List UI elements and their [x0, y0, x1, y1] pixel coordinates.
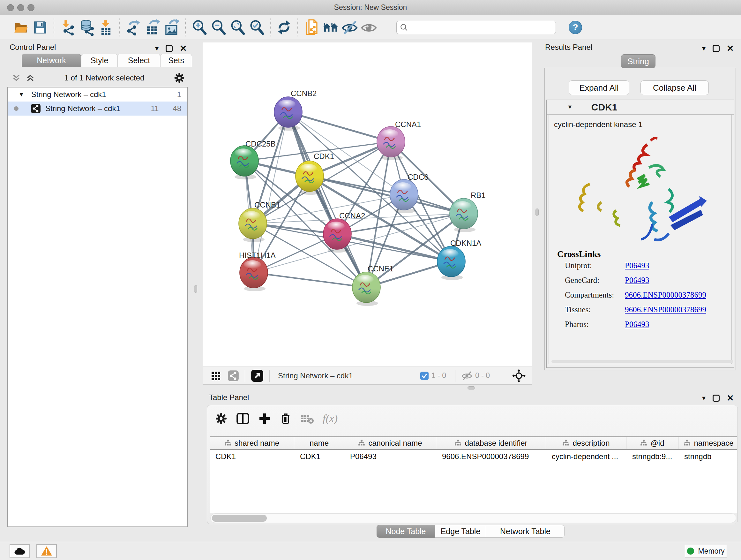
crosslink-link[interactable]: P06493 — [625, 261, 649, 270]
network-canvas[interactable]: CCNB2CCNA1CDC25BCDK1CDC6RB1CCNB1CCNA2CDK… — [203, 43, 532, 367]
selected-checkbox-icon[interactable] — [420, 371, 429, 380]
function-builder-button[interactable]: f(x) — [323, 413, 338, 425]
tab-select[interactable]: Select — [118, 54, 160, 67]
panel-close-icon[interactable]: ✕ — [727, 393, 734, 403]
gene-section-header[interactable]: ▼ CDK1 — [547, 100, 734, 115]
network-row[interactable]: String Network – cdk1 11 48 — [8, 102, 187, 116]
import-table-file-button[interactable] — [96, 17, 116, 38]
export-network-button[interactable] — [124, 17, 143, 38]
crosslink-link[interactable]: P06493 — [625, 276, 649, 285]
crosslink-link[interactable]: P06493 — [625, 320, 649, 329]
network-node-CDKN1A[interactable]: CDKN1A — [437, 239, 481, 280]
gear-icon[interactable] — [215, 412, 227, 425]
network-node-RB1[interactable]: RB1 — [450, 191, 486, 232]
help-button[interactable]: ? — [569, 21, 582, 34]
column-header-id[interactable]: @id — [626, 437, 678, 449]
table-cell[interactable]: CDK1 — [294, 452, 344, 461]
table-cell[interactable]: 9606.ENSP00000378699 — [436, 452, 546, 461]
houses-button[interactable] — [321, 17, 340, 38]
network-edge-HIST1H1A-CCNE1[interactable] — [254, 273, 366, 287]
network-share-icon-gray[interactable] — [227, 370, 239, 381]
maximize-window-icon[interactable] — [27, 4, 35, 11]
tab-node-table[interactable]: Node Table — [377, 525, 435, 538]
expand-all-button[interactable]: Expand All — [569, 80, 629, 95]
collapse-all-button[interactable]: Collapse All — [641, 80, 709, 95]
zoom-out-button[interactable] — [209, 17, 228, 38]
table-hscrollbar-thumb[interactable] — [212, 515, 267, 522]
network-node-CCNA1[interactable]: CCNA1 — [377, 120, 421, 160]
open-session-button[interactable] — [11, 17, 30, 38]
birdseye-view-icon[interactable] — [251, 369, 264, 382]
table-cell[interactable]: cyclin-dependent ... — [546, 452, 626, 461]
warnings-button[interactable] — [37, 544, 57, 558]
import-network-database-button[interactable] — [77, 17, 96, 38]
tab-network-table[interactable]: Network Table — [486, 525, 564, 538]
show-eye-button[interactable] — [359, 17, 379, 38]
table-hscrollbar[interactable] — [210, 513, 736, 523]
network-graph[interactable]: CCNB2CCNA1CDC25BCDK1CDC6RB1CCNB1CCNA2CDK… — [203, 43, 532, 367]
tab-style[interactable]: Style — [81, 54, 118, 67]
panel-float-icon[interactable] — [165, 45, 173, 52]
tab-network[interactable]: Network — [22, 54, 81, 67]
table-cell[interactable]: stringdb — [678, 452, 737, 461]
network-edge-CCNB2-CCNA1[interactable] — [288, 112, 391, 142]
column-header-canonicalname[interactable]: canonical name — [344, 437, 436, 449]
panel-close-icon[interactable]: ✕ — [180, 44, 187, 54]
add-column-icon[interactable] — [258, 412, 271, 425]
panel-close-icon[interactable]: ✕ — [727, 44, 734, 54]
left-splitter[interactable] — [189, 40, 203, 385]
table-cell[interactable]: P06493 — [344, 452, 436, 461]
panel-menu-icon[interactable]: ▾ — [702, 44, 705, 53]
network-node-CCNB2[interactable]: CCNB2 — [274, 89, 317, 131]
network-edge-CCNB2-HIST1H1A[interactable] — [254, 112, 288, 273]
minimize-window-icon[interactable] — [17, 4, 24, 11]
table-cell[interactable]: stringdb:9... — [626, 452, 678, 461]
network-document-button[interactable] — [302, 17, 321, 38]
search-input[interactable] — [408, 22, 552, 33]
delete-table-icon[interactable] — [300, 412, 314, 426]
results-hscrollbar[interactable] — [551, 360, 733, 363]
column-header-namespace[interactable]: namespace — [678, 437, 737, 449]
expand-all-icon[interactable] — [25, 73, 35, 83]
gear-icon[interactable] — [174, 72, 185, 84]
close-window-icon[interactable] — [7, 4, 14, 11]
right-splitter[interactable] — [532, 40, 546, 385]
import-network-file-button[interactable] — [58, 17, 77, 38]
tab-edge-table[interactable]: Edge Table — [435, 525, 486, 538]
zoom-selected-button[interactable] — [247, 17, 266, 38]
column-header-databaseidentifier[interactable]: database identifier — [436, 437, 546, 449]
network-edge-CCNB2-CCNE1[interactable] — [288, 112, 366, 287]
column-header-sharedname[interactable]: shared name — [210, 437, 294, 449]
crosslink-link[interactable]: 9606.ENSP00000378699 — [625, 305, 706, 314]
table-row[interactable]: CDK1CDK1P064939606.ENSP00000378699cyclin… — [210, 450, 737, 463]
panel-menu-icon[interactable]: ▾ — [702, 394, 705, 402]
tab-sets[interactable]: Sets — [160, 54, 192, 67]
column-header-description[interactable]: description — [546, 437, 626, 449]
hidden-eye-icon[interactable] — [461, 370, 473, 381]
save-session-button[interactable] — [30, 17, 50, 38]
fit-selected-crosshair-icon[interactable] — [512, 369, 526, 382]
network-node-CDC6[interactable]: CDC6 — [390, 173, 428, 213]
zoom-in-button[interactable] — [190, 17, 209, 38]
export-image-button[interactable] — [162, 17, 181, 38]
network-edge-RB1-HIST1H1A[interactable] — [254, 213, 464, 273]
section-expand-icon[interactable]: ▼ — [567, 104, 573, 111]
tab-string[interactable]: String — [621, 54, 656, 68]
grid-view-icon[interactable] — [211, 371, 220, 381]
delete-column-icon[interactable] — [279, 412, 292, 425]
hide-selected-button[interactable] — [340, 17, 359, 38]
export-table-button[interactable] — [143, 17, 162, 38]
refresh-view-button[interactable] — [274, 17, 293, 38]
cloud-button[interactable] — [10, 544, 30, 558]
collapse-all-icon[interactable] — [11, 73, 21, 83]
network-collection-row[interactable]: ▼ String Network – cdk1 1 — [8, 87, 187, 102]
bottom-splitter[interactable] — [203, 385, 741, 391]
panel-float-icon[interactable] — [713, 395, 720, 401]
column-header-name[interactable]: name — [294, 437, 344, 449]
select-columns-icon[interactable] — [236, 412, 250, 426]
zoom-fit-button[interactable] — [228, 17, 247, 38]
crosslink-link[interactable]: 9606.ENSP00000378699 — [625, 291, 706, 300]
table-cell[interactable]: CDK1 — [210, 452, 294, 461]
panel-menu-icon[interactable]: ▾ — [155, 44, 158, 53]
network-node-HIST1H1A[interactable]: HIST1H1A — [239, 251, 276, 291]
